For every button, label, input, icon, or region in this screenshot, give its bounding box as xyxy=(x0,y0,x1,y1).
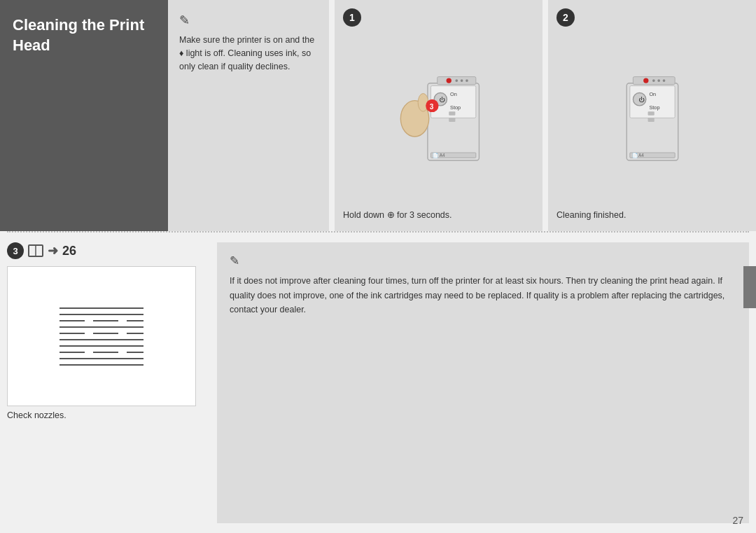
svg-rect-31 xyxy=(648,118,654,122)
svg-text:3: 3 xyxy=(429,102,433,110)
svg-point-25 xyxy=(662,79,665,82)
nozzle-line-8 xyxy=(59,352,144,353)
note-panel: ✎ Make sure the printer is on and the ♦ … xyxy=(168,0,329,231)
svg-point-4 xyxy=(455,79,458,82)
step2-caption: Cleaning finished. xyxy=(556,207,626,223)
step2-image: ⏻ On Stop 📄 A4 xyxy=(556,32,748,202)
svg-text:Stop: Stop xyxy=(450,104,461,110)
nozzle-caption: Check nozzles. xyxy=(7,410,210,420)
svg-rect-12 xyxy=(449,118,455,122)
step1-badge: 1 xyxy=(343,8,361,27)
arrow-icon: ➜ xyxy=(48,243,58,258)
step1-caption: Hold down ⊕ for 3 seconds. xyxy=(343,207,452,223)
nozzle-check-image xyxy=(7,266,196,406)
nozzle-line-2 xyxy=(59,314,144,315)
svg-point-5 xyxy=(460,79,463,82)
right-edge-tab xyxy=(743,266,756,308)
top-section: Cleaning the Print Head ✎ Make sure the … xyxy=(0,0,756,231)
svg-text:On: On xyxy=(649,91,656,97)
svg-text:On: On xyxy=(450,91,457,97)
page-ref: 26 xyxy=(62,244,76,258)
title-panel: Cleaning the Print Head xyxy=(0,0,168,231)
bottom-section: 3 ➜ 26 xyxy=(0,233,756,533)
nozzle-line-6 xyxy=(59,339,144,340)
nozzle-line-3 xyxy=(59,320,144,321)
svg-point-22 xyxy=(643,78,648,83)
svg-text:⏻: ⏻ xyxy=(638,97,644,103)
bottom-note-icon: ✎ xyxy=(230,254,736,268)
step1-panel: 1 ⏻ xyxy=(335,0,542,231)
page-number: 27 xyxy=(732,515,743,526)
step3-header: 3 ➜ 26 xyxy=(7,242,210,259)
step3-left: 3 ➜ 26 xyxy=(7,242,217,523)
nozzle-line-7 xyxy=(59,345,144,347)
book-icon xyxy=(28,244,43,257)
step2-badge: 2 xyxy=(556,8,575,27)
svg-text:📄 A4: 📄 A4 xyxy=(631,153,644,158)
nozzle-line-1 xyxy=(59,307,144,309)
svg-text:Stop: Stop xyxy=(649,104,659,111)
note-icon: ✎ xyxy=(179,13,318,28)
step2-panel: 2 ⏻ xyxy=(548,0,756,231)
svg-point-23 xyxy=(652,79,655,82)
svg-text:📄 A4: 📄 A4 xyxy=(433,153,445,158)
nozzle-line-10 xyxy=(59,364,144,366)
svg-rect-30 xyxy=(648,111,654,116)
page-title: Cleaning the Print Head xyxy=(13,15,155,55)
step2-printer-svg: ⏻ On Stop 📄 A4 xyxy=(603,57,701,176)
bottom-note-text: If it does not improve after cleaning fo… xyxy=(230,274,736,317)
svg-point-6 xyxy=(465,79,468,82)
step3-badge: 3 xyxy=(7,242,24,259)
nozzle-line-5 xyxy=(59,333,144,334)
note-text: Make sure the printer is on and the ♦ li… xyxy=(179,34,318,73)
svg-point-3 xyxy=(446,78,451,83)
svg-text:⏻: ⏻ xyxy=(439,97,445,103)
svg-point-24 xyxy=(657,79,660,82)
page-container: Cleaning the Print Head ✎ Make sure the … xyxy=(0,0,756,533)
bottom-note-panel: ✎ If it does not improve after cleaning … xyxy=(217,242,749,523)
step1-printer-svg: ⏻ On Stop 📄 A4 3 xyxy=(390,57,488,176)
step1-image: ⏻ On Stop 📄 A4 3 xyxy=(343,32,534,201)
svg-rect-11 xyxy=(449,111,455,116)
nozzle-line-9 xyxy=(59,358,144,359)
nozzle-line-4 xyxy=(59,326,144,328)
nozzle-pattern xyxy=(46,293,158,380)
